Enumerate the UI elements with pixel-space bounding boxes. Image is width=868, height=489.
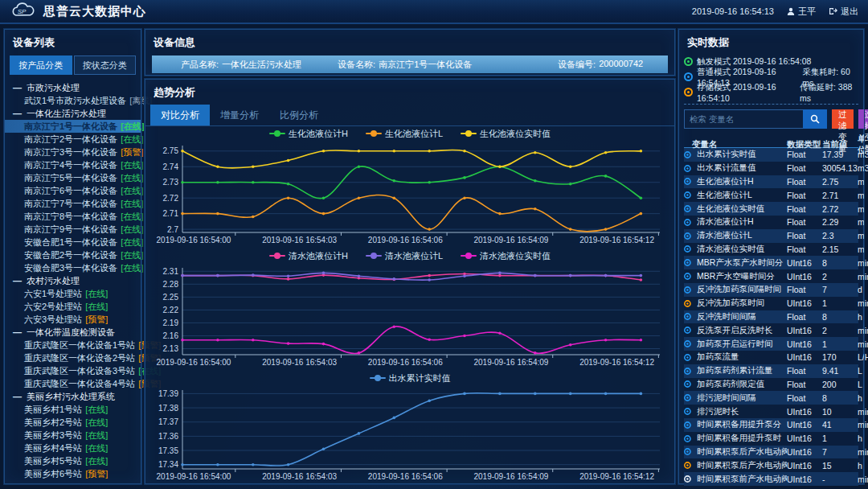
- variable-row[interactable]: 加药泵开启运行时间UInt161min: [684, 337, 858, 351]
- svg-text:17.35: 17.35: [158, 446, 178, 455]
- variable-icon: [684, 394, 691, 401]
- device-item[interactable]: 安徽合肥3号一体化设备[在线]: [5, 261, 141, 274]
- device-item[interactable]: 美丽乡村2号站[在线]: [5, 416, 141, 429]
- legend-item[interactable]: 清水池液位计L: [366, 250, 443, 262]
- variable-icon: [684, 191, 691, 199]
- device-item[interactable]: 美丽乡村6号站[预警]: [5, 467, 141, 480]
- device-item[interactable]: 重庆武隆区一体化设备3号站[在线]: [5, 364, 141, 377]
- device-item[interactable]: 重庆武隆区一体化设备1号站[预警]: [5, 339, 141, 351]
- device-item[interactable]: 南京江宁1号一体化设备[在线]: [5, 120, 141, 133]
- user-menu[interactable]: 王平: [787, 6, 816, 18]
- collapse-icon[interactable]: —: [13, 109, 22, 118]
- device-group[interactable]: —一体化带温度检测设备: [5, 326, 141, 339]
- device-name-value: 南京江宁1号一体化设备: [379, 59, 472, 71]
- legend-item[interactable]: 生化池液位实时值: [461, 128, 551, 140]
- search-button[interactable]: [803, 109, 827, 129]
- device-item[interactable]: 南京江宁8号一体化设备[在线]: [5, 210, 141, 223]
- variable-icon: [684, 179, 691, 186]
- variable-row[interactable]: 排污泥时长UInt1610min: [684, 405, 858, 418]
- filter-variables-button[interactable]: 过滤变量: [832, 109, 854, 129]
- variable-row[interactable]: MBR产水空曝时间分UInt162min: [684, 269, 858, 283]
- collapse-icon[interactable]: —: [13, 328, 22, 337]
- variable-row[interactable]: 时间累积备用提升泵时UInt161h: [684, 432, 858, 446]
- device-item[interactable]: 美丽乡村1号站[在线]: [5, 403, 141, 416]
- legend-item[interactable]: 生化池液位计H: [269, 128, 348, 140]
- tab-ratio-analysis[interactable]: 比例分析: [269, 105, 329, 125]
- tab-by-product[interactable]: 按产品分类: [10, 55, 72, 75]
- device-item[interactable]: 重庆武隆区一体化设备2号站[预警]: [5, 351, 141, 364]
- device-item[interactable]: 美丽乡村3号站[在线]: [5, 429, 141, 442]
- device-group[interactable]: —市政污水处理: [5, 81, 141, 94]
- svg-text:17.38: 17.38: [158, 404, 178, 413]
- device-group[interactable]: —农村污水处理: [5, 274, 141, 287]
- variable-row[interactable]: 时间累积泵后产水电动阀分UInt167min: [684, 446, 858, 459]
- variable-row[interactable]: 加药泵药剂限定值Float200L: [684, 378, 858, 392]
- variable-row[interactable]: 时间累积备用提升泵分UInt1641min: [684, 418, 858, 432]
- variable-row[interactable]: 清水池液位实时值Float2.15m: [684, 243, 858, 257]
- device-item[interactable]: 武汉1号市政污水处理设备[离线]: [5, 94, 141, 107]
- device-list-title: 设备列表: [5, 30, 141, 54]
- variable-row[interactable]: 生化池液位计LFloat2.71m: [684, 188, 858, 202]
- variable-row[interactable]: 加药泵流量UInt16170L/H: [684, 351, 858, 364]
- variable-row[interactable]: MBR产水泵产水时间分UInt168min: [684, 256, 858, 269]
- variable-row[interactable]: 时间累积泵后产水电动阀时UInt1615h: [684, 458, 858, 472]
- device-item[interactable]: 南京江宁7号一体化设备[在线]: [5, 197, 141, 210]
- variable-row[interactable]: 反冲洗加药泵时间UInt161min: [684, 297, 858, 310]
- variable-row[interactable]: 生化池液位实时值Float2.72m: [684, 202, 858, 216]
- legend-item[interactable]: 清水池液位计H: [269, 250, 348, 262]
- collapse-icon[interactable]: —: [13, 392, 22, 401]
- device-item[interactable]: 南京江宁2号一体化设备[在线]: [5, 133, 141, 146]
- chart-clearwater-level: 清水池液位计H清水池液位计L清水池液位实时值2.312.282.252.222.…: [145, 249, 674, 371]
- product-label: 产品名称:: [181, 59, 219, 71]
- legend-item[interactable]: 生化池液位计L: [366, 128, 443, 140]
- device-item[interactable]: 南京江宁3号一体化设备[预警]: [5, 146, 141, 158]
- device-item[interactable]: 南京江宁5号一体化设备[在线]: [5, 171, 141, 184]
- variable-row[interactable]: 清水池液位计HFloat2.29m: [684, 216, 858, 229]
- variable-search-input[interactable]: [684, 109, 803, 129]
- variable-row[interactable]: 生化池液位计HFloat2.75m: [684, 175, 858, 189]
- variable-icon: [684, 286, 691, 294]
- realtime-title: 实时数据: [684, 30, 858, 54]
- device-number-value: 200000742: [599, 59, 643, 71]
- trend-panel: 趋势分析 对比分析 增量分析 比例分析 生化池液位计H生化池液位计L生化池液位实…: [145, 79, 675, 484]
- variable-row[interactable]: 反洗泵开启反洗时长UInt162min: [684, 323, 858, 337]
- legend-item[interactable]: 出水累计实时值: [370, 372, 451, 384]
- tab-by-status[interactable]: 按状态分类: [74, 55, 137, 75]
- variable-row[interactable]: 时间累积泵前产水电动阀分UInt16-min: [684, 472, 858, 486]
- svg-text:2019-09-16 16:54:09: 2019-09-16 16:54:09: [473, 472, 548, 481]
- variable-row[interactable]: 出水累计实时值Float17.39m3/h: [684, 148, 858, 162]
- device-item[interactable]: 美丽乡村5号站[在线]: [5, 454, 141, 467]
- device-item[interactable]: 安徽合肥1号一体化设备[在线]: [5, 236, 141, 249]
- select-variables-button[interactable]: 选择变量: [858, 109, 868, 129]
- device-name-label: 设备名称:: [338, 59, 375, 71]
- mode-status-icon: [684, 88, 693, 97]
- tab-compare-analysis[interactable]: 对比分析: [150, 105, 210, 125]
- collapse-icon[interactable]: —: [13, 277, 22, 286]
- device-item[interactable]: 六安1号处理站[在线]: [5, 287, 141, 300]
- device-item[interactable]: 安徽合肥2号一体化设备[在线]: [5, 249, 141, 261]
- variable-row[interactable]: 排污泥时间间隔Float8h: [684, 391, 858, 405]
- device-group[interactable]: —一体化生活污水处理: [5, 107, 141, 120]
- collapse-icon[interactable]: —: [13, 84, 22, 92]
- svg-text:2019-09-16 16:54:03: 2019-09-16 16:54:03: [262, 472, 337, 481]
- variable-icon: [684, 300, 691, 307]
- device-item[interactable]: 六安3号处理站[预警]: [5, 313, 141, 326]
- variable-row[interactable]: 反冲洗时间间隔Float8h: [684, 310, 858, 324]
- svg-text:2.74: 2.74: [163, 162, 179, 171]
- logout-button[interactable]: 退出: [829, 6, 858, 18]
- svg-text:2.19: 2.19: [163, 318, 179, 327]
- device-group[interactable]: —美丽乡村污水处理系统: [5, 390, 141, 403]
- device-item[interactable]: 重庆武隆区一体化设备4号站[预警]: [5, 377, 141, 390]
- legend-item[interactable]: 清水池液位实时值: [461, 250, 551, 262]
- device-item[interactable]: 南京江宁6号一体化设备[在线]: [5, 184, 141, 197]
- variable-row[interactable]: 出水累计流量值Float30054.13m3: [684, 162, 858, 175]
- variable-row[interactable]: 反冲洗加药泵间隔时间Float7d: [684, 283, 858, 297]
- device-item[interactable]: 六安2号处理站[在线]: [5, 300, 141, 313]
- tab-increment-analysis[interactable]: 增量分析: [210, 105, 269, 125]
- device-item[interactable]: 南京江宁9号一体化设备[在线]: [5, 223, 141, 236]
- app-header: SP 思普云大数据中心 2019-09-16 16:54:13 王平 退出: [0, 0, 868, 24]
- device-item[interactable]: 美丽乡村4号站[在线]: [5, 442, 141, 454]
- variable-row[interactable]: 清水池液位计LFloat2.3m: [684, 229, 858, 243]
- variable-row[interactable]: 加药泵药剂累计流量Float9.41L: [684, 364, 858, 378]
- device-item[interactable]: 南京江宁4号一体化设备[在线]: [5, 158, 141, 171]
